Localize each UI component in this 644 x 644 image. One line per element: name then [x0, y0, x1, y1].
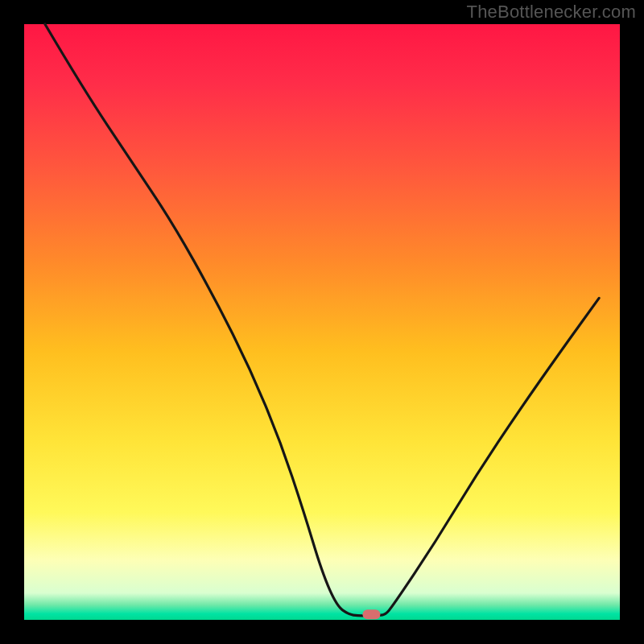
chart-background [24, 24, 620, 620]
bottleneck-chart [0, 0, 644, 644]
optimum-marker [362, 609, 380, 619]
watermark-text: TheBottlenecker.com [467, 2, 636, 23]
chart-svg [0, 0, 644, 644]
